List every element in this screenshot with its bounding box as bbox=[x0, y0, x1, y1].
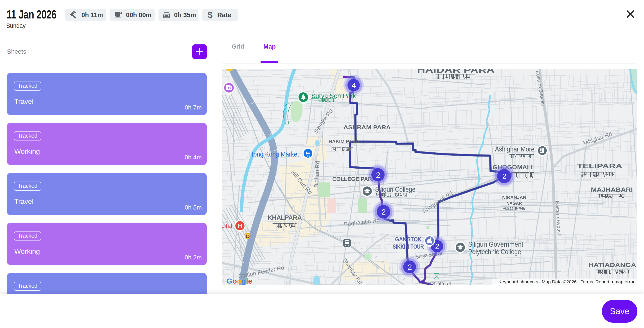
svg-text:2: 2 bbox=[502, 172, 506, 181]
svg-text:2: 2 bbox=[408, 263, 412, 271]
svg-text:HAKIM PARA: HAKIM PARA bbox=[328, 139, 359, 144]
svg-text:10: 10 bbox=[246, 234, 250, 239]
svg-text:Ashighar More: Ashighar More bbox=[495, 145, 534, 153]
svg-text:2: 2 bbox=[435, 242, 439, 251]
svg-text:TELIPARA: TELIPARA bbox=[577, 162, 622, 170]
svg-text:H: H bbox=[238, 222, 242, 230]
svg-text:Hospital: Hospital bbox=[222, 223, 232, 229]
svg-text:ASHRAM PARA: ASHRAM PARA bbox=[344, 124, 391, 131]
svg-text:Siliguri Government: Siliguri Government bbox=[468, 241, 523, 248]
svg-text:Keyboard shortcuts: Keyboard shortcuts bbox=[498, 279, 538, 284]
svg-text:Polytechnic College: Polytechnic College bbox=[468, 248, 521, 256]
svg-text:KHALPARA: KHALPARA bbox=[268, 214, 302, 221]
svg-text:Report a map error: Report a map error bbox=[596, 279, 634, 284]
svg-text:Bidhan Rd: Bidhan Rd bbox=[313, 161, 321, 188]
svg-text:SIKKIM TOUR: SIKKIM TOUR bbox=[393, 243, 424, 250]
svg-text:NIRANJAN: NIRANJAN bbox=[502, 195, 526, 200]
svg-text:Map Data ©2026: Map Data ©2026 bbox=[542, 279, 576, 284]
svg-text:Preetilata Rd: Preetilata Rd bbox=[424, 280, 451, 285]
svg-text:2: 2 bbox=[382, 208, 386, 216]
svg-text:4: 4 bbox=[352, 81, 356, 89]
svg-text:2: 2 bbox=[376, 171, 380, 179]
svg-text:MAJHABARI: MAJHABARI bbox=[591, 187, 633, 193]
svg-text:HAIDAR PARA: HAIDAR PARA bbox=[417, 69, 494, 75]
svg-text:Google: Google bbox=[226, 277, 252, 285]
svg-text:Siliguri College: Siliguri College bbox=[375, 186, 416, 193]
svg-text:Terms: Terms bbox=[580, 279, 593, 284]
svg-text:Hong Kong Market: Hong Kong Market bbox=[249, 150, 299, 158]
svg-text:GANGTOK: GANGTOK bbox=[395, 236, 422, 243]
svg-text:HATIADANGA: HATIADANGA bbox=[588, 262, 636, 268]
svg-text:NAGAR: NAGAR bbox=[506, 201, 522, 206]
